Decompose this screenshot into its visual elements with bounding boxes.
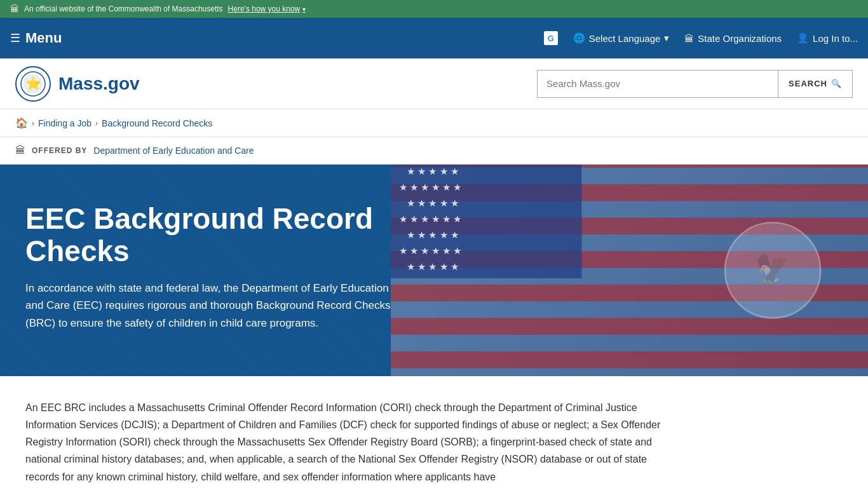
breadcrumb-sep-2: › xyxy=(95,119,98,128)
official-text: An official website of the Commonwealth … xyxy=(24,4,223,13)
seal-icon: 🏛 xyxy=(10,4,19,14)
org-building-icon: 🏛 xyxy=(15,145,25,156)
svg-rect-15 xyxy=(391,335,868,351)
breadcrumb: 🏠 › Finding a Job › Background Record Ch… xyxy=(0,109,868,137)
main-body-text: An EEC BRC includes a Massachusetts Crim… xyxy=(25,399,674,485)
hero-title: EEC Background Record Checks xyxy=(25,203,470,267)
search-button[interactable]: SEARCH 🔍 xyxy=(778,70,853,98)
svg-text:★ ★ ★ ★ ★ ★: ★ ★ ★ ★ ★ ★ xyxy=(398,182,461,193)
svg-rect-16 xyxy=(391,351,868,368)
chevron-down-icon: ▾ xyxy=(302,6,306,13)
logo-bar: ⭐ Mass.gov SEARCH 🔍 xyxy=(0,58,868,109)
building-icon: 🏛 xyxy=(684,33,694,44)
breadcrumb-finding-job[interactable]: Finding a Job xyxy=(38,118,92,128)
breadcrumb-current: Background Record Checks xyxy=(102,118,212,128)
heres-how-text: Here's how you know xyxy=(228,4,301,13)
seal-logo: ⭐ xyxy=(15,66,51,102)
main-content: An EEC BRC includes a Massachusetts Crim… xyxy=(0,376,699,488)
svg-text:⭐: ⭐ xyxy=(25,76,41,91)
login-label: Log In to... xyxy=(813,33,858,44)
breadcrumb-sep-1: › xyxy=(32,119,34,128)
search-area: SEARCH 🔍 xyxy=(537,70,853,98)
logo-text: Mass.gov xyxy=(58,74,140,94)
svg-text:★ ★ ★ ★ ★: ★ ★ ★ ★ ★ xyxy=(407,166,459,177)
nav-right-items: G 🌐 Select Language ▾ 🏛 State Organizati… xyxy=(544,31,858,45)
language-chevron-icon: ▾ xyxy=(664,32,669,44)
globe-icon: 🌐 xyxy=(573,32,585,44)
hero-content: EEC Background Record Checks In accordan… xyxy=(25,203,470,332)
heres-how-button[interactable]: Here's how you know ▾ xyxy=(228,4,306,13)
svg-text:🦅: 🦅 xyxy=(755,252,791,286)
site-logo[interactable]: ⭐ Mass.gov xyxy=(15,66,140,102)
offered-by-bar: 🏛 OFFERED BY Department of Early Educati… xyxy=(0,137,868,165)
state-orgs-label: State Organizations xyxy=(698,33,782,44)
svg-rect-17 xyxy=(391,368,868,376)
select-language-button[interactable]: 🌐 Select Language ▾ xyxy=(573,32,670,44)
login-icon: 👤 xyxy=(797,32,809,44)
breadcrumb-home-icon[interactable]: 🏠 xyxy=(15,117,28,129)
state-orgs-button[interactable]: 🏛 State Organizations xyxy=(684,33,782,44)
login-button[interactable]: 👤 Log In to... xyxy=(797,32,858,44)
menu-label: Menu xyxy=(25,30,62,46)
search-label: SEARCH xyxy=(789,79,827,88)
hamburger-icon: ☰ xyxy=(10,31,20,45)
top-banner: 🏛 An official website of the Commonwealt… xyxy=(0,0,868,18)
mass-seal-svg: ⭐ xyxy=(20,71,46,97)
search-icon: 🔍 xyxy=(831,79,842,88)
google-translate-icon: G xyxy=(544,31,558,45)
offered-by-org-link[interactable]: Department of Early Education and Care xyxy=(93,146,254,156)
select-language-label: Select Language xyxy=(589,33,661,44)
hero-banner: ★ ★ ★ ★ ★ ★ ★ ★ ★ ★ ★ ★ ★ ★ ★ ★ ★ ★ ★ ★ … xyxy=(0,165,868,376)
nav-bar: ☰ Menu G 🌐 Select Language ▾ 🏛 State Org… xyxy=(0,18,868,58)
google-translate-button[interactable]: G xyxy=(544,31,558,45)
hero-subtitle: In accordance with state and federal law… xyxy=(25,280,407,332)
offered-by-label: OFFERED BY xyxy=(32,146,87,155)
search-input[interactable] xyxy=(537,70,778,98)
menu-button[interactable]: ☰ Menu xyxy=(10,30,62,46)
